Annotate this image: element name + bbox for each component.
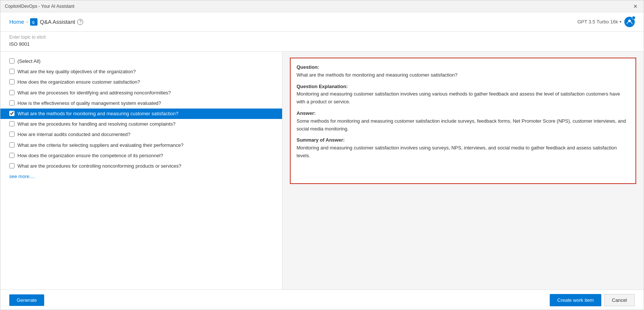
question-section: Question: What are the methods for monit… <box>297 64 630 79</box>
select-all-label: (Select All) <box>17 58 40 65</box>
see-more-link[interactable]: see more.... <box>9 174 273 179</box>
topic-label: Enter topic to elicit <box>9 35 635 40</box>
question-checkbox-1[interactable] <box>9 69 14 74</box>
questions-list-panel: (Select All) What are the key quality ob… <box>0 52 282 290</box>
main-content: Enter topic to elicit (Select All) What … <box>0 32 644 290</box>
questions-container: What are the key quality objectives of t… <box>9 67 273 171</box>
select-all-checkbox[interactable] <box>9 58 14 64</box>
answer-text: Some methods for monitoring and measurin… <box>297 118 626 132</box>
question-text-6: What are the procedures for handling and… <box>17 121 176 127</box>
summary-section: Summary of Answer: Monitoring and measur… <box>297 136 630 159</box>
footer: Generate Create work item Cancel <box>0 290 644 310</box>
gpt-dropdown-arrow: ▾ <box>620 20 621 24</box>
question-checkbox-10[interactable] <box>9 163 14 168</box>
question-item[interactable]: What are the methods for monitoring and … <box>0 109 282 119</box>
answer-label: Answer: <box>297 110 316 116</box>
explanation-label: Question Explanation: <box>297 84 348 89</box>
question-item[interactable]: How does the organization ensure the com… <box>9 151 273 161</box>
question-text-5: What are the methods for monitoring and … <box>17 110 179 117</box>
question-checkbox-7[interactable] <box>9 132 14 137</box>
answer-section: Answer: Some methods for monitoring and … <box>297 110 630 133</box>
content-split: (Select All) What are the key quality ob… <box>0 52 644 290</box>
question-item[interactable]: What are the procedures for handling and… <box>9 119 273 129</box>
question-item[interactable]: How is the effectiveness of quality mana… <box>9 98 273 109</box>
question-checkbox-4[interactable] <box>9 100 14 106</box>
gpt-model-selector[interactable]: GPT 3.5 Turbo 16k ▾ <box>577 19 621 25</box>
close-button[interactable]: ✕ <box>632 3 639 9</box>
question-label: Question: <box>297 64 319 70</box>
summary-text: Monitoring and measuring customer satisf… <box>297 145 617 158</box>
create-work-item-button[interactable]: Create work item <box>550 294 601 306</box>
question-checkbox-6[interactable] <box>9 121 14 126</box>
qa-card: Question: What are the methods for monit… <box>290 58 636 184</box>
topic-row: Enter topic to elicit <box>0 32 644 52</box>
footer-right-actions: Create work item Cancel <box>550 294 635 306</box>
select-all-item[interactable]: (Select All) <box>9 56 273 67</box>
breadcrumb-separator: › <box>26 19 28 25</box>
question-checkbox-5[interactable] <box>9 111 14 116</box>
header-right: GPT 3.5 Turbo 16k ▾ <box>577 17 635 27</box>
breadcrumb: Home › Q Q&A Assistant ? <box>9 18 83 26</box>
question-item[interactable]: How does the organization ensure custome… <box>9 77 273 87</box>
explanation-text: Monitoring and measuring customer satisf… <box>297 91 620 104</box>
question-checkbox-3[interactable] <box>9 90 14 95</box>
page-title: Q&A Assistant <box>40 19 75 25</box>
header: Home › Q Q&A Assistant ? GPT 3.5 Turbo 1… <box>0 12 644 32</box>
user-avatar[interactable] <box>624 17 635 27</box>
question-checkbox-9[interactable] <box>9 153 14 158</box>
question-text-2: How does the organization ensure custome… <box>17 79 140 85</box>
info-icon[interactable]: ? <box>77 19 83 25</box>
question-text: What are the methods for monitoring and … <box>297 72 458 78</box>
home-link[interactable]: Home <box>9 19 24 25</box>
topic-input[interactable] <box>9 41 635 47</box>
app-title: Copilot4DevOps - Your AI Assistant <box>5 4 74 9</box>
question-item[interactable]: What are the criteria for selecting supp… <box>9 140 273 151</box>
svg-text:Q: Q <box>32 20 35 24</box>
summary-label: Summary of Answer: <box>297 137 345 143</box>
qa-detail-panel: Question: What are the methods for monit… <box>282 52 644 290</box>
question-text-10: What are the procedures for controlling … <box>17 163 182 169</box>
gpt-model-label: GPT 3.5 Turbo 16k <box>577 19 618 25</box>
question-item[interactable]: What are the processes for identifying a… <box>9 88 273 98</box>
question-checkbox-2[interactable] <box>9 79 14 84</box>
question-checkbox-8[interactable] <box>9 142 14 148</box>
question-text-8: What are the criteria for selecting supp… <box>17 142 183 149</box>
title-bar: Copilot4DevOps - Your AI Assistant ✕ <box>0 0 644 12</box>
generate-button[interactable]: Generate <box>9 294 44 306</box>
explanation-section: Question Explanation: Monitoring and mea… <box>297 83 630 106</box>
question-item[interactable]: What are the key quality objectives of t… <box>9 67 273 77</box>
question-text-1: What are the key quality objectives of t… <box>17 68 136 75</box>
question-text-7: How are internal audits conducted and do… <box>17 131 130 138</box>
cancel-button[interactable]: Cancel <box>604 294 635 306</box>
question-text-9: How does the organization ensure the com… <box>17 152 163 159</box>
question-item[interactable]: How are internal audits conducted and do… <box>9 129 273 140</box>
question-text-4: How is the effectiveness of quality mana… <box>17 100 161 107</box>
qa-assistant-icon: Q <box>30 18 37 26</box>
question-text-3: What are the processes for identifying a… <box>17 90 171 96</box>
question-item[interactable]: What are the procedures for controlling … <box>9 161 273 171</box>
avatar-badge <box>632 16 635 20</box>
